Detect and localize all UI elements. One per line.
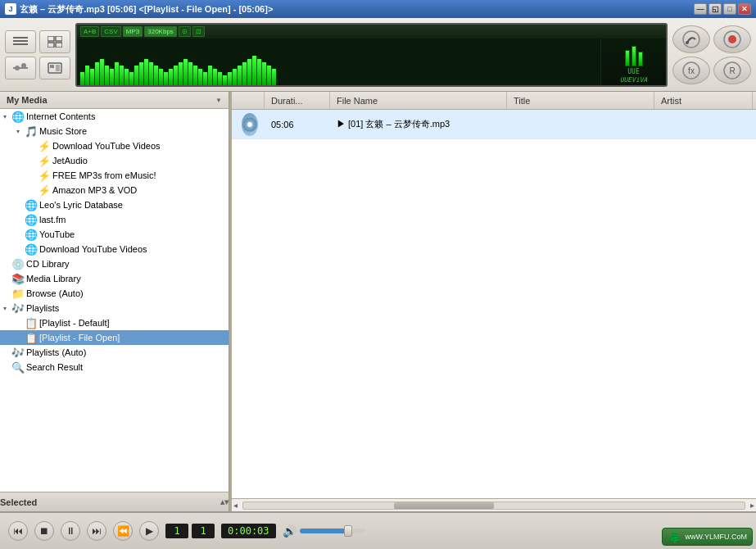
crossfade-button[interactable] (672, 25, 710, 53)
tree-label: Amazon MP3 & VOD (52, 185, 137, 195)
watermark-tree-icon: 🌲 (668, 530, 681, 543)
stop-button[interactable]: ⏹ (34, 521, 54, 541)
sidebar-item-lastfm[interactable]: 🌐last.fm (0, 212, 229, 227)
svg-rect-0 (13, 37, 28, 39)
eq-bar (134, 66, 138, 85)
sidebar-item-free-mp3[interactable]: ⚡FREE MP3s from eMusic! (0, 168, 229, 183)
svg-rect-5 (48, 43, 54, 48)
repeat-button[interactable]: R (713, 57, 751, 84)
badge-mp3: MP3 (123, 26, 143, 37)
sidebar-item-playlist-file-open[interactable]: 📋[Playlist - File Open] (0, 330, 229, 345)
eq-bar (218, 72, 222, 85)
scroll-left-arrow[interactable]: ◂ (232, 501, 239, 510)
sidebar-item-playlists[interactable]: ▾🎶Playlists (0, 301, 229, 315)
svg-point-14 (686, 41, 689, 44)
col-header-title[interactable]: Title (507, 92, 654, 109)
scrollbar-track[interactable] (242, 501, 745, 510)
effects-button[interactable]: fx (672, 57, 710, 84)
horizontal-scrollbar[interactable]: ◂ ▸ (232, 498, 756, 511)
tree-icon: ⚡ (38, 154, 51, 167)
sidebar-item-browse-auto[interactable]: 📁Browse (Auto) (0, 286, 229, 301)
app-window: J 玄籁 – 云梦传奇.mp3 [05:06] <[Playlist - Fil… (0, 0, 756, 549)
sidebar-footer-label: Selected (0, 497, 37, 507)
tree-label: last.fm (39, 215, 66, 225)
prev-button[interactable]: ⏮ (8, 521, 28, 541)
record-button[interactable] (713, 25, 751, 53)
sidebar-item-download-yt-2[interactable]: 🌐Download YouTube Videos (0, 242, 229, 256)
play-button[interactable]: ▶ (139, 521, 159, 541)
sidebar-item-cd-library[interactable]: 💿CD Library (0, 256, 229, 271)
col-header-artist[interactable]: Artist (654, 92, 753, 109)
display-badges: A+B CSV MP3 320Kbps ⊙ ⊡ (80, 26, 205, 37)
maximize-button[interactable]: □ (723, 3, 736, 15)
sidebar-item-jetaudio[interactable]: ⚡JetAudio (0, 153, 229, 168)
volume-slider-track[interactable] (300, 529, 365, 533)
pause-button[interactable]: ⏸ (61, 521, 80, 541)
eq-bar (188, 62, 192, 85)
col-header-filename[interactable]: File Name (330, 92, 507, 109)
tree-label: Search Result (26, 362, 83, 372)
table-row[interactable]: 05:06 ▶ [01] 玄籁 – 云梦传奇.mp3 (232, 110, 756, 139)
sidebar-item-amazon[interactable]: ⚡Amazon MP3 & VOD (0, 183, 229, 197)
tree-icon: 🎶 (11, 346, 25, 359)
playback-bar: ⏮ ⏹ ⏸ ⏭ ⏪ ▶ 1 1 0:00:03 🔊 🌲 wwW.YLMFU.Co… (0, 511, 756, 549)
eq-bar (198, 69, 202, 85)
sidebar-footer: Selected ▴▾ (0, 492, 229, 511)
tree-label: FREE MP3s from eMusic! (52, 170, 156, 180)
sidebar-footer-nav: ▴▾ (220, 497, 229, 506)
restore-button[interactable]: ◱ (708, 3, 722, 15)
sidebar-item-youtube[interactable]: 🌐YouTube (0, 227, 229, 242)
vue-label: UUE (627, 68, 639, 75)
eq-bar (100, 59, 104, 85)
minimize-button[interactable]: — (694, 3, 707, 15)
badge-extra1: ⊙ (179, 26, 191, 37)
tree-label: [Playlist - File Open] (39, 333, 120, 343)
view-grid-button[interactable] (39, 30, 70, 53)
tree-icon: 📁 (11, 287, 25, 300)
sidebar-header: My Media ▼ (0, 92, 229, 109)
sidebar-item-search-result[interactable]: 🔍Search Result (0, 360, 229, 374)
title-bar: J 玄籁 – 云梦传奇.mp3 [05:06] <[Playlist - Fil… (0, 0, 756, 18)
tree-label: YouTube (39, 229, 75, 239)
sidebar-tree[interactable]: ▾🌐Internet Contents▾🎵Music Store ⚡Downlo… (0, 109, 229, 492)
col-header-duration[interactable]: Durati... (265, 92, 330, 109)
tree-icon: 📋 (25, 331, 38, 344)
badge-ab: A+B (80, 26, 99, 37)
view-list-button[interactable] (5, 30, 36, 53)
prev-track-button[interactable]: ⏪ (113, 521, 133, 541)
skin-button[interactable] (39, 57, 70, 79)
close-button[interactable]: ✕ (738, 3, 751, 15)
volume-icon: 🔊 (283, 524, 297, 538)
time-display: 0:00:03 (221, 524, 276, 538)
sidebar-item-leos-lyric[interactable]: 🌐Leo's Lyric Database (0, 197, 229, 212)
svg-rect-1 (13, 40, 28, 42)
eq-bar (95, 62, 99, 85)
eq-bar (169, 69, 173, 85)
sidebar-item-playlist-default[interactable]: 📋[Playlist - Default] (0, 315, 229, 330)
next-button[interactable]: ⏭ (87, 521, 106, 541)
volume-slider-thumb[interactable] (344, 525, 352, 537)
sidebar-item-music-store[interactable]: ▾🎵Music Store (0, 124, 229, 138)
title-bar-text: 玄籁 – 云梦传奇.mp3 [05:06] <[Playlist - File … (20, 3, 273, 16)
toolbar-view-buttons (5, 30, 70, 79)
scrollbar-thumb[interactable] (394, 502, 494, 509)
eq-button[interactable] (5, 57, 36, 79)
app-icon: J (5, 3, 16, 15)
tree-icon: 🎶 (11, 302, 25, 315)
svg-rect-4 (56, 36, 62, 41)
sidebar-item-media-library[interactable]: 📚Media Library (0, 271, 229, 286)
sidebar-item-internet-contents[interactable]: ▾🌐Internet Contents (0, 109, 229, 124)
sidebar-item-playlists-auto[interactable]: 🎶Playlists (Auto) (0, 345, 229, 360)
badge-bitrate: 320Kbps (144, 26, 177, 37)
eq-bar (183, 59, 188, 85)
tree-label: Internet Contents (26, 111, 95, 121)
sidebar-dropdown-icon[interactable]: ▼ (215, 97, 222, 104)
svg-point-22 (247, 122, 252, 127)
tree-label: Playlists (Auto) (26, 347, 86, 357)
tree-icon: 🌐 (25, 198, 38, 211)
sidebar-item-download-yt-1[interactable]: ⚡Download YouTube Videos (0, 138, 229, 153)
tree-label: CD Library (26, 259, 70, 269)
scroll-right-arrow[interactable]: ▸ (749, 501, 756, 510)
watermark-url: wwW.YLMFU.CoM (685, 533, 747, 541)
tree-icon: ⚡ (38, 184, 51, 197)
